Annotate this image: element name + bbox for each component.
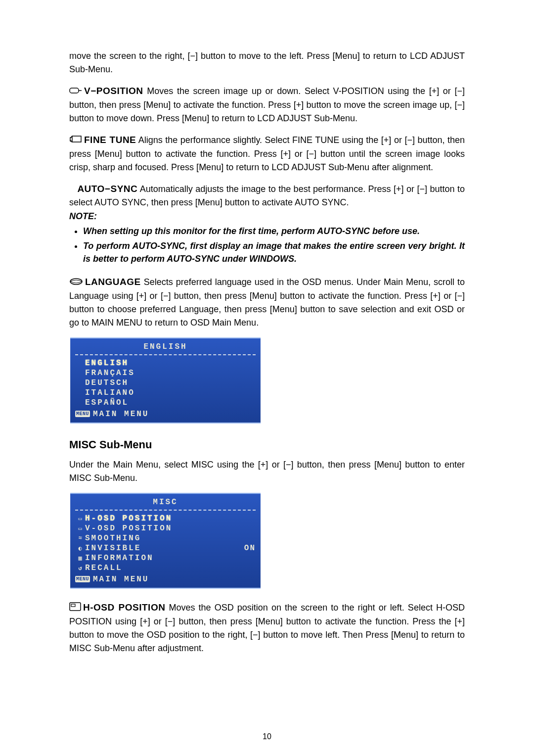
hosd-row-icon: ▭ <box>75 515 85 522</box>
invisible-row-icon: ◐ <box>75 545 85 552</box>
osd-lang-espanol: ESPAÑOL <box>85 398 256 407</box>
misc-submenu-heading: MISC Sub-Menu <box>69 438 465 451</box>
menu-tag-icon: MENU <box>75 576 90 582</box>
note-item-1: When setting up this monitor for the fir… <box>83 225 465 237</box>
auto-sync-title: AUTO−SYNC <box>77 184 137 194</box>
v-position-title: V−POSITION <box>84 86 143 96</box>
v-position-paragraph: V−POSITION Moves the screen image up or … <box>69 84 465 125</box>
svg-rect-0 <box>70 88 79 93</box>
information-row-icon: ▦ <box>75 555 85 562</box>
osd-misc-panel: MISC ▭H-OSD POSITION ▭V-OSD POSITION ≈SM… <box>70 493 261 589</box>
fine-tune-icon <box>69 134 82 147</box>
h-osd-position-paragraph: H-OSD POSITION Moves the OSD position on… <box>69 601 465 655</box>
fine-tune-title: FINE TUNE <box>84 135 136 145</box>
osd-invisible-value: ON <box>244 544 256 553</box>
osd-lang-english: ENGLISH <box>85 359 256 368</box>
osd-language-panel: ENGLISH ENGLISH FRANÇAIS DEUTSCH ITALIAN… <box>70 337 261 424</box>
language-paragraph: LANGUAGE Selects preferred language used… <box>69 275 465 330</box>
language-icon <box>69 276 83 289</box>
osd-row-vosd: V-OSD POSITION <box>85 524 256 533</box>
page-number: 10 <box>0 732 534 741</box>
osd-row-hosd: H-OSD POSITION <box>85 514 256 523</box>
fine-tune-paragraph: FINE TUNE Aligns the performance slightl… <box>69 133 465 174</box>
note-item-2: To perform AUTO-SYNC, first display an i… <box>83 239 465 265</box>
osd-row-smoothing: SMOOTHING <box>85 534 256 543</box>
osd-misc-title: MISC <box>75 497 256 509</box>
osd-language-footer: MENUMAIN MENU <box>75 408 256 419</box>
svg-rect-7 <box>71 604 75 607</box>
osd-row-recall: RECALL <box>85 564 256 572</box>
svg-point-5 <box>70 279 82 284</box>
smoothing-row-icon: ≈ <box>75 535 85 542</box>
vosd-row-icon: ▭ <box>75 525 85 532</box>
osd-row-information: INFORMATION <box>85 554 256 563</box>
auto-sync-notes: When setting up this monitor for the fir… <box>69 225 465 265</box>
osd-language-title: ENGLISH <box>75 341 256 353</box>
svg-rect-2 <box>72 136 81 142</box>
h-osd-position-title: H-OSD POSITION <box>83 602 165 613</box>
osd-divider <box>75 354 256 355</box>
osd-misc-footer: MENUMAIN MENU <box>75 573 256 584</box>
osd-row-invisible: INVISIBLE <box>85 544 244 553</box>
misc-intro-paragraph: Under the Main Menu, select MISC using t… <box>69 458 465 485</box>
osd-divider <box>75 510 256 511</box>
top-continuation-paragraph: move the screen to the right, [−] button… <box>69 49 465 76</box>
h-osd-position-icon <box>69 602 81 615</box>
menu-tag-icon: MENU <box>75 411 90 417</box>
recall-row-icon: ↺ <box>75 565 85 572</box>
osd-lang-deutsch: DEUTSCH <box>85 378 256 387</box>
osd-lang-francais: FRANÇAIS <box>85 369 256 378</box>
note-label: NOTE: <box>69 211 465 222</box>
osd-lang-italiano: ITALIANO <box>85 388 256 397</box>
auto-sync-paragraph: AUTO−SYNC Automatically adjusts the imag… <box>69 182 465 210</box>
v-position-icon <box>69 85 82 98</box>
language-title: LANGUAGE <box>85 277 141 287</box>
